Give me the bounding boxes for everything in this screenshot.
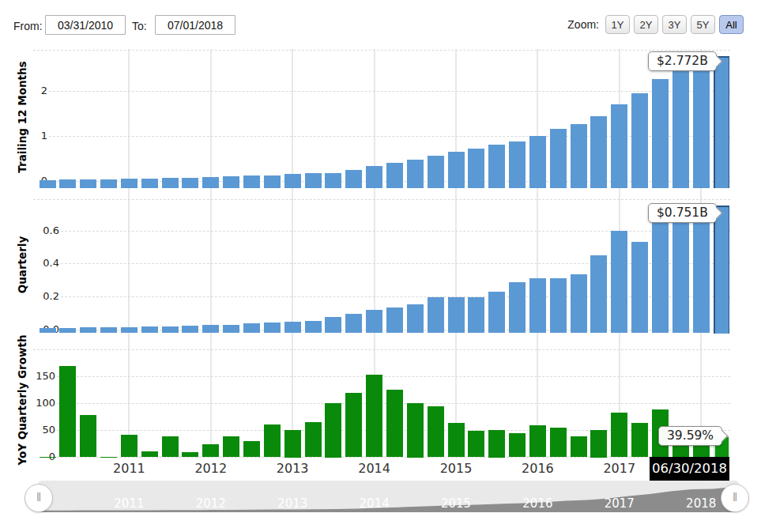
bar[interactable] [141, 179, 158, 188]
bar[interactable] [529, 425, 546, 457]
bar[interactable] [202, 325, 219, 333]
bar[interactable] [345, 170, 362, 188]
bar[interactable] [611, 231, 627, 334]
bar[interactable] [80, 327, 96, 333]
bar[interactable] [162, 436, 179, 457]
bar[interactable] [631, 423, 648, 457]
bar[interactable] [611, 413, 627, 458]
bar[interactable] [448, 423, 465, 457]
bar[interactable] [223, 176, 239, 188]
bar[interactable] [121, 435, 138, 457]
bar[interactable] [345, 314, 362, 334]
bar[interactable] [100, 327, 117, 333]
hovered-bar[interactable] [714, 206, 729, 333]
bar[interactable] [100, 457, 117, 458]
bar[interactable] [305, 173, 322, 188]
bar[interactable] [40, 180, 56, 188]
bar[interactable] [162, 326, 179, 334]
bar[interactable] [243, 175, 260, 188]
bar[interactable] [631, 242, 648, 334]
bar[interactable] [305, 422, 322, 458]
bar[interactable] [121, 179, 138, 188]
bar[interactable] [80, 179, 96, 188]
bar[interactable] [141, 326, 158, 333]
bar[interactable] [407, 304, 424, 333]
bar[interactable] [529, 278, 546, 333]
range-navigator[interactable]: 20112012201320142015201620172018 [38, 481, 739, 512]
bar[interactable] [652, 79, 669, 188]
bar[interactable] [141, 451, 158, 458]
bar[interactable] [428, 297, 444, 333]
bar[interactable] [693, 221, 710, 333]
bar[interactable] [80, 415, 96, 457]
bar[interactable] [550, 129, 567, 188]
bar[interactable] [182, 452, 198, 457]
bar[interactable] [243, 323, 260, 333]
bar[interactable] [121, 327, 138, 334]
bar[interactable] [488, 430, 505, 458]
bar[interactable] [407, 403, 424, 458]
bar[interactable] [509, 282, 526, 333]
bar[interactable] [468, 297, 484, 334]
bar[interactable] [59, 179, 76, 188]
bar[interactable] [571, 436, 587, 457]
bar[interactable] [223, 436, 239, 457]
bar[interactable] [672, 69, 689, 189]
bar[interactable] [284, 322, 301, 334]
bar[interactable] [325, 403, 341, 458]
bar[interactable] [59, 328, 76, 334]
bar[interactable] [509, 141, 526, 188]
bar[interactable] [182, 326, 198, 333]
bar[interactable] [345, 393, 362, 457]
bar[interactable] [590, 116, 607, 188]
bar[interactable] [590, 255, 607, 333]
bar[interactable] [428, 406, 444, 457]
bar[interactable] [468, 431, 484, 458]
bar[interactable] [305, 321, 322, 333]
bar[interactable] [162, 178, 179, 188]
bar[interactable] [182, 178, 198, 188]
bar[interactable] [571, 274, 587, 333]
bar[interactable] [264, 323, 281, 333]
bar[interactable] [40, 457, 56, 458]
bar[interactable] [529, 136, 546, 188]
bar[interactable] [284, 174, 301, 188]
bar[interactable] [550, 278, 567, 334]
bar[interactable] [40, 328, 56, 333]
bar[interactable] [488, 145, 505, 188]
bar[interactable] [59, 366, 76, 457]
bar[interactable] [325, 173, 341, 188]
bar[interactable] [202, 444, 219, 458]
bar[interactable] [386, 390, 403, 457]
navigator-left-handle[interactable]: ‖ [24, 484, 53, 512]
bar[interactable] [366, 310, 382, 334]
bar[interactable] [590, 430, 607, 458]
bar[interactable] [611, 104, 627, 188]
bar[interactable] [264, 424, 281, 458]
hovered-bar[interactable] [714, 56, 729, 188]
bar[interactable] [386, 163, 403, 188]
bar[interactable] [366, 166, 382, 188]
navigator-right-handle[interactable]: ‖ [721, 484, 749, 512]
bar[interactable] [693, 66, 710, 188]
bar[interactable] [468, 149, 484, 188]
bar[interactable] [243, 441, 260, 457]
bar[interactable] [550, 428, 567, 457]
bar[interactable] [571, 124, 587, 188]
bar[interactable] [488, 292, 505, 334]
bar[interactable] [202, 177, 219, 188]
bar[interactable] [448, 297, 465, 333]
bar[interactable] [509, 433, 526, 457]
bar[interactable] [428, 156, 444, 188]
bar[interactable] [264, 175, 281, 188]
bar[interactable] [386, 308, 403, 333]
bar[interactable] [631, 93, 648, 188]
bar[interactable] [223, 325, 239, 334]
bar[interactable] [366, 375, 382, 457]
bar[interactable] [407, 160, 424, 188]
bar[interactable] [672, 221, 689, 333]
bar[interactable] [652, 223, 669, 334]
bar[interactable] [284, 430, 301, 458]
bar[interactable] [325, 317, 341, 333]
bar[interactable] [448, 152, 465, 188]
